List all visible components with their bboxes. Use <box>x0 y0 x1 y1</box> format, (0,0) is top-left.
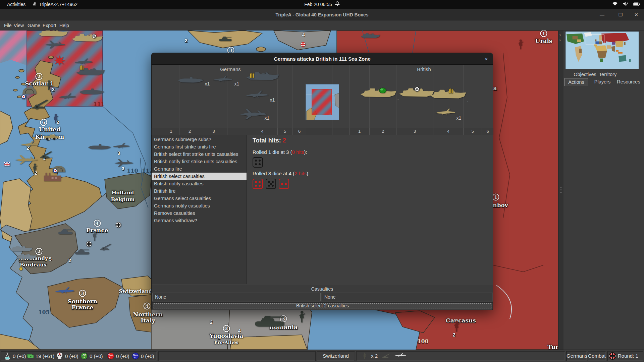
resource-flask: 0 (+0) <box>4 351 26 361</box>
collapse-left-icon[interactable]: ‹ <box>559 33 561 37</box>
current-player: Germans <box>566 351 587 361</box>
unit-count-label: 3 <box>117 150 120 156</box>
minimize-button[interactable]: — <box>597 9 607 20</box>
ship-icon <box>71 32 103 43</box>
unit-count-label: x1 <box>205 81 210 86</box>
battery-icon <box>633 0 640 9</box>
territory-label: Southern <box>68 298 97 305</box>
die-5-black <box>266 179 276 189</box>
svg-text:LL: LL <box>109 356 112 359</box>
expand-right-icon[interactable]: › <box>559 38 561 42</box>
system-top-bar: Activities TripleA-2.7+14962 Feb 20 06:5… <box>0 0 644 9</box>
menu-export[interactable]: Export <box>41 20 57 31</box>
maximize-button[interactable]: ❐ <box>615 9 626 20</box>
right-sidebar: ObjectivesTerritory ActionsPlayersResour… <box>564 31 644 350</box>
app-indicator[interactable]: TripleA-2.7+14962 <box>32 0 77 9</box>
map-side-strip: ‹ › <box>558 31 564 350</box>
svg-text:Air: Air <box>83 354 86 356</box>
dice-column-header-cell <box>152 128 163 135</box>
battle-step[interactable]: British select casualties <box>152 173 247 180</box>
ipc-value-badge: 4 <box>144 303 151 310</box>
bomber-icon <box>45 40 66 49</box>
battle-dialog-title-bar[interactable]: Germans attacks British in 111 Sea Zone <box>152 53 493 65</box>
unit-count-label: 2 <box>68 258 71 263</box>
fighter-icon <box>435 107 457 117</box>
unit-count-label: .. <box>396 96 399 101</box>
truck-icon <box>42 133 61 140</box>
wifi-icon <box>612 0 618 9</box>
close-window-button[interactable]: ✕ <box>631 9 641 20</box>
battle-step[interactable]: Germans notify casualties <box>152 202 247 209</box>
menu-game[interactable]: Game <box>26 20 42 31</box>
svg-text:Navy: Navy <box>133 354 138 356</box>
battle-step[interactable]: British select first strike units casual… <box>152 150 247 158</box>
ship-icon <box>9 244 33 252</box>
menu-view[interactable]: View <box>12 20 25 31</box>
sea-zone-label: 105 <box>38 309 49 315</box>
clock[interactable]: Feb 20 06:55 <box>304 0 340 9</box>
territory-label: Switzerland <box>119 288 152 294</box>
menu-file[interactable]: File <box>3 20 13 31</box>
current-phase: Combat <box>588 351 606 361</box>
unit-count-label: 4 <box>238 328 241 334</box>
battle-dialog-close-button[interactable]: ✕ <box>483 55 490 63</box>
ship-icon <box>360 86 397 99</box>
roundel-icon <box>86 241 92 247</box>
resource-skull: 0 (+0) <box>56 351 78 361</box>
sidebar-tabs-bottom: ActionsPlayersResources <box>564 78 644 86</box>
menu-help[interactable]: Help <box>58 20 70 31</box>
dice-column-header-cell <box>332 128 349 135</box>
tab-resources[interactable]: Resources <box>614 78 643 85</box>
scrollbar-thumb-dot[interactable] <box>560 192 561 193</box>
scrollbar-thumb-dot[interactable] <box>560 189 561 190</box>
battle-step[interactable]: Germans fire <box>152 165 247 173</box>
territory-label: Northern <box>133 311 163 318</box>
app-indicator-label: TripleA-2.7+14962 <box>39 0 77 9</box>
battle-step[interactable]: British fire <box>152 187 247 195</box>
dice-column-header-cell: 3 <box>396 128 433 135</box>
battle-step[interactable]: British notify casualties <box>152 180 247 187</box>
scrollbar-thumb[interactable] <box>560 187 561 188</box>
territory-label: a <box>493 85 497 92</box>
battle-zone-highlight <box>312 89 332 115</box>
roll-result-line: Rolled 1 die at 3 (0 hits): <box>253 149 489 155</box>
window-title-bar[interactable]: TripleA - Global 40 Expansion UHD Boxes … <box>0 9 644 20</box>
pom-icon <box>301 42 306 47</box>
battle-step[interactable]: Germans first strike units fire <box>152 143 247 150</box>
defender-casualties-box[interactable]: None <box>322 293 492 301</box>
tank-icon <box>74 248 91 255</box>
dice-column-header-cell: 1 <box>163 128 179 135</box>
die-4-black <box>253 157 263 168</box>
fighter-icon <box>58 92 77 101</box>
menu-bar: FileViewGameExportHelp <box>0 20 644 31</box>
battle-step[interactable]: Germans withdraw? <box>152 217 247 224</box>
territory-label: nbov <box>493 202 508 208</box>
battle-step[interactable]: British notify first strike units casual… <box>152 158 247 165</box>
column-separator <box>179 65 179 128</box>
select-casualties-button[interactable]: British select 2 casualties <box>152 302 493 309</box>
tab-players[interactable]: Players <box>592 78 613 85</box>
unit-count-label: x1 <box>265 115 270 121</box>
tab-territory[interactable]: Territory <box>596 71 620 78</box>
total-hits-label: Total hits: <box>253 137 283 144</box>
german-roundel-icon <box>609 352 616 361</box>
battle-step[interactable]: Germans submerge subs? <box>152 136 247 143</box>
svg-text:LL: LL <box>83 356 86 359</box>
total-hits-value: 2 <box>283 137 286 144</box>
system-tray[interactable] <box>612 0 640 9</box>
dice-column-header-cell: 6 <box>482 128 493 135</box>
battle-step[interactable]: Germans select casualties <box>152 195 247 202</box>
attacker-casualties-box[interactable]: None <box>152 293 321 301</box>
activities-button[interactable]: Activities <box>5 0 28 9</box>
defender-label: British <box>417 66 431 72</box>
world-minimap[interactable] <box>565 31 639 69</box>
tab-actions[interactable]: Actions <box>564 78 588 86</box>
minimap-viewport[interactable] <box>586 35 604 45</box>
battle-step[interactable]: Remove casualties <box>152 209 247 217</box>
ipc-value-badge: 6 <box>40 119 47 126</box>
bomber-icon <box>113 159 134 167</box>
territory-units-panel: x 2 <box>356 351 565 361</box>
status-bar: 0 (+0)19 (+61)0 (+0)AirLL0 (+0)TankLL0 (… <box>0 350 644 362</box>
casualties-header: Casualties <box>152 285 493 292</box>
dice-rolls: Rolled 1 die at 3 (0 hits):Rolled 3 dice… <box>253 149 489 189</box>
